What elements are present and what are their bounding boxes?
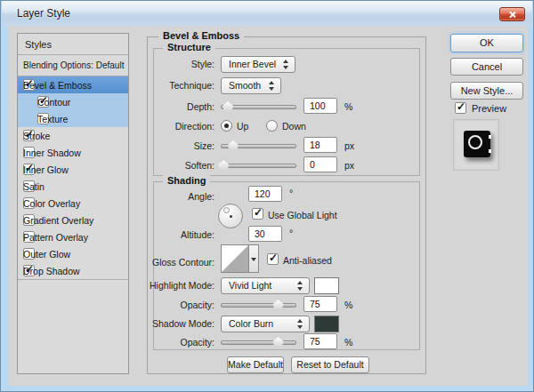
direction-down-radio[interactable] <box>266 120 278 132</box>
highlight-mode-value: Vivid Light <box>229 280 271 291</box>
style-item-label: Stroke <box>23 131 50 141</box>
size-slider-thumb[interactable] <box>227 140 239 151</box>
style-item-label: Pattern Overlay <box>23 232 88 243</box>
highlight-opacity-slider[interactable] <box>221 303 296 308</box>
angle-field[interactable]: 120 <box>248 186 282 202</box>
angle-dial[interactable] <box>218 204 243 228</box>
sidebar-style-item[interactable]: Gradient Overlay <box>18 212 128 228</box>
highlight-mode-label: Highlight Mode: <box>150 280 214 291</box>
style-preview-circle <box>468 135 482 149</box>
shading-group-title: Shading <box>163 175 210 186</box>
structure-group: Structure Style: Inner Bevel Technique: … <box>153 48 420 176</box>
style-item-label: Inner Shadow <box>23 148 81 158</box>
styles-list-empty-area <box>18 279 128 377</box>
updown-arrows-icon <box>297 319 303 329</box>
layer-style-dialog: Layer Style Styles Blending Options: Def… <box>0 0 534 392</box>
angle-dial-center-dot <box>230 215 232 218</box>
shadow-mode-value: Color Burn <box>229 318 273 329</box>
style-preview-thumbnail <box>453 119 499 171</box>
window-title: Layer Style <box>17 7 70 20</box>
soften-slider[interactable] <box>221 164 296 168</box>
sidebar-style-item[interactable]: Pattern Overlay <box>18 228 128 245</box>
use-global-light-checkbox[interactable] <box>252 208 263 220</box>
shadow-opacity-slider[interactable] <box>221 340 296 345</box>
style-value: Inner Bevel <box>229 59 276 69</box>
altitude-field[interactable]: 30 <box>248 226 282 242</box>
size-slider[interactable] <box>221 144 296 148</box>
sidebar-style-item[interactable]: Color Overlay <box>18 195 128 212</box>
sidebar-style-item[interactable]: Texture <box>18 110 128 127</box>
sidebar-style-item[interactable]: Outer Glow <box>18 245 128 262</box>
angle-dial-marker <box>223 207 230 213</box>
highlight-opacity-unit: % <box>344 300 352 310</box>
sidebar-style-item[interactable]: Inner Glow <box>18 161 128 178</box>
dialog-client-area: Styles Blending Options: Default Bevel &… <box>8 26 528 386</box>
size-field[interactable]: 18 <box>303 137 337 153</box>
highlight-mode-dropdown[interactable]: Vivid Light <box>221 277 310 294</box>
style-dropdown[interactable]: Inner Bevel <box>221 56 295 73</box>
style-item-label: Satin <box>23 181 44 192</box>
sidebar-style-item[interactable]: Inner Shadow <box>18 144 128 161</box>
technique-value: Smooth <box>229 80 261 91</box>
technique-dropdown[interactable]: Smooth <box>221 77 281 94</box>
depth-field[interactable]: 100 <box>303 98 337 114</box>
new-style-button[interactable]: New Style... <box>450 82 523 100</box>
style-item-label: Gradient Overlay <box>23 215 93 226</box>
gloss-contour-dropdown-arrow[interactable] <box>249 244 259 273</box>
sidebar-style-item[interactable]: Bevel & Emboss <box>18 76 128 93</box>
structure-group-title: Structure <box>163 42 215 52</box>
altitude-label: Altitude: <box>181 229 214 240</box>
angle-unit: ° <box>289 188 293 198</box>
updown-arrows-icon <box>283 60 289 69</box>
sidebar-style-item[interactable]: Stroke <box>18 127 128 144</box>
anti-aliased-checkbox[interactable] <box>267 253 279 265</box>
angle-label: Angle: <box>188 191 214 202</box>
shadow-mode-label: Shadow Mode: <box>152 318 214 329</box>
highlight-color-swatch[interactable] <box>314 277 339 294</box>
gloss-contour-thumbnail[interactable] <box>221 244 249 273</box>
style-item-label: Drop Shadow <box>23 266 80 276</box>
highlight-opacity-field[interactable]: 75 <box>303 296 337 312</box>
direction-down-label: Down <box>282 121 306 132</box>
technique-label: Technique: <box>169 80 214 91</box>
title-bar[interactable]: Layer Style <box>2 1 532 26</box>
direction-label: Direction: <box>175 121 214 132</box>
soften-slider-thumb[interactable] <box>218 160 230 171</box>
cancel-button[interactable]: Cancel <box>450 58 523 76</box>
depth-slider[interactable] <box>221 105 296 109</box>
direction-up-radio[interactable] <box>221 120 232 132</box>
updown-arrows-icon <box>297 281 303 291</box>
style-item-label: Contour <box>37 97 70 108</box>
make-default-button[interactable]: Make Default <box>227 356 284 373</box>
sidebar-item-blending-options[interactable]: Blending Options: Default <box>18 55 128 76</box>
panel-title: Bevel & Emboss <box>158 30 244 41</box>
style-item-label: Inner Glow <box>23 164 69 175</box>
soften-field[interactable]: 0 <box>303 156 337 172</box>
reset-to-default-button[interactable]: Reset to Default <box>291 356 369 373</box>
shadow-opacity-label: Opacity: <box>180 337 214 348</box>
bevel-emboss-panel: Bevel & Emboss Structure Style: Inner Be… <box>147 36 426 374</box>
shadow-opacity-field[interactable]: 75 <box>303 333 337 349</box>
shadow-mode-dropdown[interactable]: Color Burn <box>221 316 310 332</box>
preview-label: Preview <box>472 103 506 114</box>
highlight-opacity-label: Opacity: <box>180 300 214 310</box>
shadow-color-swatch[interactable] <box>314 316 339 332</box>
shadow-opacity-thumb[interactable] <box>272 337 284 348</box>
sidebar-style-item[interactable]: Satin <box>18 178 128 195</box>
style-item-label: Color Overlay <box>23 198 80 209</box>
gloss-contour-label: Gloss Contour: <box>152 257 214 268</box>
highlight-opacity-thumb[interactable] <box>272 300 284 310</box>
sidebar-style-item[interactable]: Drop Shadow <box>18 262 128 279</box>
depth-label: Depth: <box>187 101 214 112</box>
sidebar-style-item[interactable]: Contour <box>18 93 128 110</box>
close-icon <box>509 11 516 18</box>
soften-label: Soften: <box>185 160 214 171</box>
style-item-label: Texture <box>37 114 68 124</box>
ok-button[interactable]: OK <box>450 34 523 52</box>
depth-slider-thumb[interactable] <box>222 101 234 112</box>
style-item-label: Outer Glow <box>23 249 70 260</box>
updown-arrows-icon <box>269 81 275 91</box>
shadow-opacity-unit: % <box>344 337 352 348</box>
preview-checkbox[interactable] <box>455 102 466 114</box>
close-button[interactable] <box>499 7 525 21</box>
